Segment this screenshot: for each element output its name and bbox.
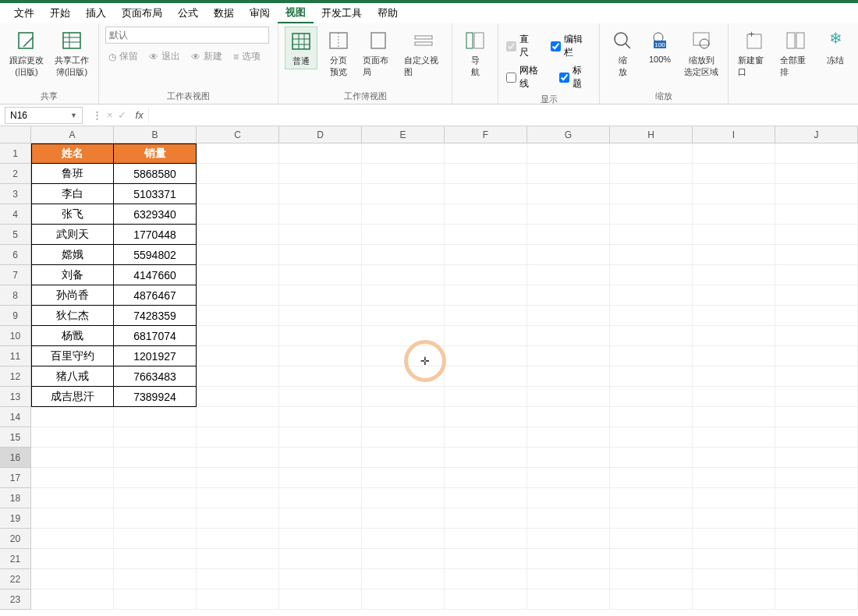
cell-A7[interactable]: 刘备 bbox=[31, 265, 114, 285]
cell-F20[interactable] bbox=[445, 529, 527, 549]
cell-I21[interactable] bbox=[693, 549, 775, 569]
menu-开发工具[interactable]: 开发工具 bbox=[314, 4, 370, 23]
cell-E13[interactable] bbox=[362, 387, 445, 407]
col-header-C[interactable]: C bbox=[197, 126, 279, 143]
cell-C1[interactable] bbox=[197, 143, 279, 164]
cell-I5[interactable] bbox=[693, 225, 775, 245]
track-changes-button[interactable]: 跟踪更改 (旧版) bbox=[6, 27, 47, 80]
cell-G21[interactable] bbox=[527, 549, 610, 569]
cell-I13[interactable] bbox=[693, 387, 775, 407]
cell-G7[interactable] bbox=[527, 265, 610, 285]
cell-D12[interactable] bbox=[279, 366, 362, 387]
cell-E8[interactable] bbox=[362, 285, 445, 306]
cell-G22[interactable] bbox=[527, 569, 610, 589]
cell-J20[interactable] bbox=[775, 529, 858, 549]
cell-I20[interactable] bbox=[693, 529, 775, 549]
cell-I4[interactable] bbox=[693, 204, 775, 225]
cell-B8[interactable]: 4876467 bbox=[114, 285, 197, 306]
cell-I22[interactable] bbox=[693, 569, 775, 589]
cell-F5[interactable] bbox=[445, 225, 527, 245]
fx-icon[interactable]: fx bbox=[131, 109, 148, 121]
cell-D14[interactable] bbox=[279, 407, 362, 427]
cell-C22[interactable] bbox=[197, 569, 279, 589]
cell-F21[interactable] bbox=[445, 549, 527, 569]
cell-J16[interactable] bbox=[775, 448, 858, 468]
col-header-E[interactable]: E bbox=[362, 126, 445, 143]
cell-J11[interactable] bbox=[775, 346, 858, 366]
cell-E11[interactable] bbox=[362, 346, 445, 366]
sheet-view-select[interactable] bbox=[105, 27, 269, 44]
cell-F13[interactable] bbox=[445, 387, 527, 407]
cell-D18[interactable] bbox=[279, 488, 362, 508]
cell-H6[interactable] bbox=[610, 245, 693, 265]
cell-I1[interactable] bbox=[693, 143, 775, 164]
cell-F17[interactable] bbox=[445, 468, 527, 488]
row-header-19[interactable]: 19 bbox=[0, 508, 31, 529]
cell-E7[interactable] bbox=[362, 265, 445, 285]
cell-I19[interactable] bbox=[693, 508, 775, 529]
cell-F16[interactable] bbox=[445, 448, 527, 468]
cell-G15[interactable] bbox=[527, 427, 610, 448]
cell-B18[interactable] bbox=[114, 488, 197, 508]
cell-D6[interactable] bbox=[279, 245, 362, 265]
cell-J17[interactable] bbox=[775, 468, 858, 488]
cell-J22[interactable] bbox=[775, 569, 858, 589]
cell-H20[interactable] bbox=[610, 529, 693, 549]
row-header-21[interactable]: 21 bbox=[0, 549, 31, 569]
cell-A13[interactable]: 成吉思汗 bbox=[31, 387, 114, 407]
col-header-B[interactable]: B bbox=[114, 126, 197, 143]
row-header-16[interactable]: 16 bbox=[0, 448, 31, 468]
cell-B13[interactable]: 7389924 bbox=[114, 387, 197, 407]
new-view-button[interactable]: 👁新建 bbox=[188, 48, 225, 65]
row-header-1[interactable]: 1 bbox=[0, 143, 31, 164]
cell-H16[interactable] bbox=[610, 448, 693, 468]
cell-C7[interactable] bbox=[197, 265, 279, 285]
cell-F7[interactable] bbox=[445, 265, 527, 285]
cell-C3[interactable] bbox=[197, 184, 279, 204]
cell-E19[interactable] bbox=[362, 508, 445, 529]
col-header-I[interactable]: I bbox=[693, 126, 775, 143]
cell-B15[interactable] bbox=[114, 427, 197, 448]
cell-B1[interactable]: 销量 bbox=[114, 143, 197, 164]
menu-开始[interactable]: 开始 bbox=[42, 4, 78, 23]
cell-G12[interactable] bbox=[527, 366, 610, 387]
cell-G14[interactable] bbox=[527, 407, 610, 427]
cell-J10[interactable] bbox=[775, 326, 858, 346]
cell-G3[interactable] bbox=[527, 184, 610, 204]
row-header-4[interactable]: 4 bbox=[0, 204, 31, 225]
cell-G5[interactable] bbox=[527, 225, 610, 245]
cell-H1[interactable] bbox=[610, 143, 693, 164]
cell-E9[interactable] bbox=[362, 306, 445, 326]
cells-area[interactable]: 姓名销量鲁班5868580李白5103371张飞6329340武则天177044… bbox=[31, 143, 858, 610]
cell-G17[interactable] bbox=[527, 468, 610, 488]
cell-I18[interactable] bbox=[693, 488, 775, 508]
zoom-100-button[interactable]: 100 100% bbox=[644, 27, 676, 65]
row-header-12[interactable]: 12 bbox=[0, 366, 31, 387]
cell-I12[interactable] bbox=[693, 366, 775, 387]
cell-D7[interactable] bbox=[279, 265, 362, 285]
cell-H22[interactable] bbox=[610, 569, 693, 589]
row-header-23[interactable]: 23 bbox=[0, 589, 31, 610]
headings-checkbox[interactable]: 标题 bbox=[558, 62, 593, 92]
cell-F3[interactable] bbox=[445, 184, 527, 204]
row-header-8[interactable]: 8 bbox=[0, 285, 31, 306]
cell-I16[interactable] bbox=[693, 448, 775, 468]
cell-F12[interactable] bbox=[445, 366, 527, 387]
menu-数据[interactable]: 数据 bbox=[206, 4, 242, 23]
row-header-14[interactable]: 14 bbox=[0, 407, 31, 427]
cell-G8[interactable] bbox=[527, 285, 610, 306]
cell-E14[interactable] bbox=[362, 407, 445, 427]
cell-E2[interactable] bbox=[362, 164, 445, 184]
cell-J13[interactable] bbox=[775, 387, 858, 407]
cell-F11[interactable] bbox=[445, 346, 527, 366]
cell-J9[interactable] bbox=[775, 306, 858, 326]
cell-A9[interactable]: 狄仁杰 bbox=[31, 306, 114, 326]
row-header-17[interactable]: 17 bbox=[0, 468, 31, 488]
cell-G11[interactable] bbox=[527, 346, 610, 366]
cell-C2[interactable] bbox=[197, 164, 279, 184]
formula-input[interactable] bbox=[148, 107, 858, 124]
cell-G13[interactable] bbox=[527, 387, 610, 407]
menu-公式[interactable]: 公式 bbox=[170, 4, 206, 23]
cell-A8[interactable]: 孙尚香 bbox=[31, 285, 114, 306]
row-header-15[interactable]: 15 bbox=[0, 427, 31, 448]
